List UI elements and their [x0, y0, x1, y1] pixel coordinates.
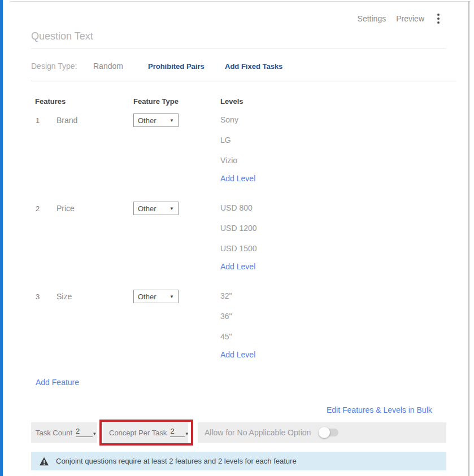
level-item[interactable]: USD 800: [220, 203, 257, 215]
no-applicable-toggle[interactable]: [319, 427, 339, 438]
header-actions: Settings Preview: [358, 12, 442, 25]
dropdown-arrow-icon: ▼: [169, 118, 174, 123]
feature-name[interactable]: Brand: [56, 116, 77, 125]
dropdown-arrow-icon: ▼: [169, 294, 174, 299]
validation-info-banner: Conjoint questions require at least 2 fe…: [31, 452, 446, 470]
design-type-value[interactable]: Random: [93, 62, 123, 71]
column-header-feature-type: Feature Type: [133, 97, 179, 106]
section-divider: [31, 81, 456, 81]
feature-index: 3: [36, 292, 40, 301]
design-type-label: Design Type:: [31, 62, 77, 71]
add-feature-link[interactable]: Add Feature: [36, 378, 79, 387]
add-level-link[interactable]: Add Level: [220, 350, 255, 359]
feature-index: 1: [36, 116, 40, 125]
prohibited-pairs-link[interactable]: Prohibited Pairs: [148, 62, 205, 71]
levels-list: 32" 36" 45" Add Level: [220, 291, 255, 359]
concept-per-task-value[interactable]: 2: [170, 428, 185, 437]
level-item[interactable]: LG: [220, 136, 255, 147]
card-right-border: [468, 1, 469, 476]
feature-type-value: Other: [138, 116, 156, 125]
task-count-label: Task Count: [36, 429, 72, 437]
levels-list: Sony LG Vizio Add Level: [220, 115, 255, 183]
card-top-border: [10, 1, 471, 2]
feature-type-select[interactable]: Other ▼: [133, 290, 179, 303]
feature-type-value: Other: [138, 204, 156, 213]
levels-list: USD 800 USD 1200 USD 1500 Add Level: [220, 203, 257, 271]
level-item[interactable]: Vizio: [220, 156, 255, 167]
dropdown-arrow-icon: ▾: [185, 431, 188, 436]
feature-index: 2: [36, 204, 40, 213]
task-count-control[interactable]: Task Count 2 ▾: [31, 422, 97, 443]
add-level-link[interactable]: Add Level: [220, 174, 255, 183]
settings-link[interactable]: Settings: [358, 14, 386, 23]
column-header-features: Features: [35, 97, 66, 106]
feature-type-select[interactable]: Other ▼: [133, 202, 179, 215]
add-level-link[interactable]: Add Level: [220, 262, 257, 271]
level-item[interactable]: USD 1500: [220, 244, 257, 255]
level-item[interactable]: 32": [220, 291, 255, 303]
question-text-input[interactable]: [31, 27, 446, 49]
level-item[interactable]: USD 1200: [220, 224, 257, 235]
edit-features-levels-bulk-link[interactable]: Edit Features & Levels in Bulk: [327, 405, 432, 414]
level-item[interactable]: 36": [220, 312, 255, 323]
dropdown-arrow-icon: ▼: [169, 206, 174, 211]
selected-question-accent-stripe: [0, 0, 3, 476]
preview-link[interactable]: Preview: [396, 14, 424, 23]
add-fixed-tasks-link[interactable]: Add Fixed Tasks: [225, 62, 282, 71]
validation-message: Conjoint questions require at least 2 fe…: [56, 457, 297, 465]
toggle-knob: [319, 427, 330, 438]
column-header-levels: Levels: [220, 97, 243, 106]
no-applicable-option-label: Allow for No Applicable Option: [205, 428, 311, 437]
vertical-ellipsis-icon[interactable]: [434, 12, 442, 25]
feature-name[interactable]: Price: [56, 204, 75, 213]
concept-per-task-control[interactable]: Concept Per Task 2 ▾: [103, 422, 188, 443]
no-applicable-option-control: Allow for No Applicable Option: [198, 422, 446, 443]
concept-per-task-label: Concept Per Task: [109, 429, 167, 437]
design-links-divider: [202, 60, 202, 71]
conjoint-question-editor: Settings Preview Design Type: Random Pro…: [0, 0, 474, 476]
level-item[interactable]: 45": [220, 332, 255, 343]
feature-name[interactable]: Size: [56, 292, 72, 301]
level-item[interactable]: Sony: [220, 115, 255, 126]
feature-type-select[interactable]: Other ▼: [133, 113, 179, 127]
dropdown-arrow-icon: ▾: [93, 431, 96, 436]
task-count-value[interactable]: 2: [76, 428, 93, 437]
feature-type-value: Other: [138, 292, 156, 301]
warning-triangle-icon: [39, 457, 49, 466]
